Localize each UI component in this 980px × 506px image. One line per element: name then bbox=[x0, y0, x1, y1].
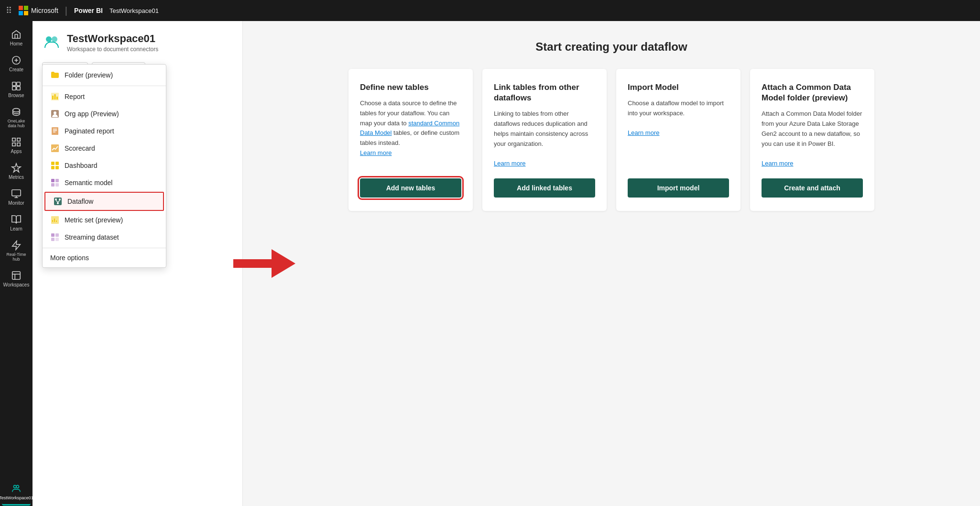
svg-rect-41 bbox=[51, 179, 54, 182]
paginated-report-icon bbox=[50, 126, 60, 136]
sidebar-item-browse[interactable]: Browse bbox=[2, 77, 31, 102]
sidebar-item-learn-label: Learn bbox=[10, 226, 22, 231]
sidebar-item-metrics[interactable]: Metrics bbox=[2, 159, 31, 184]
more-options-label: More options bbox=[50, 254, 89, 262]
menu-item-paginated-label: Paginated report bbox=[65, 127, 114, 135]
apps-icon bbox=[11, 137, 22, 147]
more-options-item[interactable]: More options bbox=[43, 250, 166, 265]
card-attach-cdm: Attach a Common Data Model folder (previ… bbox=[750, 69, 874, 211]
metrics-icon bbox=[11, 163, 22, 173]
workspace-header: TestWorkspace01 Workspace to document co… bbox=[42, 33, 233, 53]
browse-icon bbox=[11, 81, 22, 91]
svg-rect-32 bbox=[52, 127, 58, 135]
svg-rect-10 bbox=[12, 143, 15, 146]
svg-point-46 bbox=[55, 198, 57, 200]
scorecard-icon bbox=[50, 143, 60, 153]
sidebar-item-onelake[interactable]: OneLake data hub bbox=[2, 103, 31, 132]
sidebar-item-apps-label: Apps bbox=[11, 149, 22, 154]
import-learn-more-link[interactable]: Learn more bbox=[628, 129, 659, 136]
menu-item-report[interactable]: Report bbox=[43, 88, 166, 105]
menu-item-semantic[interactable]: Semantic model bbox=[43, 174, 166, 191]
realtime-icon bbox=[11, 240, 22, 251]
menu-item-folder[interactable]: Folder (preview) bbox=[43, 66, 166, 84]
define-learn-more-link[interactable]: Learn more bbox=[360, 149, 392, 156]
card-define-title: Define new tables bbox=[360, 82, 461, 93]
card-link-desc: Linking to tables from other dataflows r… bbox=[494, 109, 595, 169]
sidebar-item-learn[interactable]: Learn bbox=[2, 210, 31, 235]
svg-rect-55 bbox=[51, 233, 54, 237]
menu-item-scorecard[interactable]: Scorecard bbox=[43, 140, 166, 157]
svg-point-21 bbox=[52, 36, 57, 42]
monitor-icon bbox=[11, 188, 22, 199]
svg-rect-44 bbox=[55, 183, 59, 187]
menu-item-dataflow[interactable]: Dataflow bbox=[44, 192, 164, 211]
add-new-tables-button[interactable]: Add new tables bbox=[360, 178, 461, 198]
svg-rect-43 bbox=[51, 183, 54, 187]
svg-rect-56 bbox=[55, 233, 59, 237]
svg-rect-27 bbox=[52, 96, 54, 99]
svg-rect-29 bbox=[56, 97, 58, 99]
card-link-title: Link tables from other dataflows bbox=[494, 82, 595, 103]
svg-point-47 bbox=[59, 198, 61, 200]
sidebar-item-apps[interactable]: Apps bbox=[2, 133, 31, 158]
dataflow-icon bbox=[53, 197, 63, 206]
svg-rect-28 bbox=[54, 94, 56, 99]
standard-cdm-link[interactable]: standard Common Data Model bbox=[360, 120, 459, 137]
sidebar-item-workspaces[interactable]: Workspaces bbox=[2, 266, 31, 291]
sidebar-item-workspaces-label: Workspaces bbox=[3, 282, 30, 287]
sidebar-item-create[interactable]: Create bbox=[2, 51, 31, 76]
card-import-title: Import Model bbox=[628, 82, 729, 93]
sidebar-item-metrics-label: Metrics bbox=[9, 175, 24, 180]
svg-rect-38 bbox=[55, 162, 59, 165]
workspace-label: TestWorkspace01 bbox=[109, 7, 159, 14]
svg-point-18 bbox=[14, 485, 17, 488]
create-and-attach-button[interactable]: Create and attach bbox=[762, 178, 863, 198]
sidebar-item-create-label: Create bbox=[9, 67, 23, 72]
svg-rect-15 bbox=[12, 272, 21, 280]
menu-separator-2 bbox=[43, 248, 166, 248]
right-panel: Start creating your dataflow Define new … bbox=[243, 21, 980, 506]
sidebar-item-home[interactable]: Home bbox=[2, 25, 31, 50]
card-attach-title: Attach a Common Data Model folder (previ… bbox=[762, 82, 863, 103]
create-icon bbox=[11, 55, 22, 66]
card-import-desc: Choose a dataflow model to import into y… bbox=[628, 99, 729, 169]
menu-item-folder-label: Folder (preview) bbox=[65, 71, 113, 79]
menu-item-semantic-label: Semantic model bbox=[65, 179, 112, 187]
sidebar-item-realtime-label: Real-Time hub bbox=[4, 252, 29, 262]
svg-rect-9 bbox=[17, 138, 20, 141]
workspace-active-icon bbox=[11, 484, 22, 494]
svg-rect-37 bbox=[51, 162, 54, 165]
separator: | bbox=[65, 5, 67, 16]
menu-item-orgapp[interactable]: Org app (Preview) bbox=[43, 105, 166, 122]
svg-rect-36 bbox=[51, 144, 59, 152]
sidebar-item-monitor-label: Monitor bbox=[8, 200, 24, 206]
menu-item-orgapp-label: Org app (Preview) bbox=[65, 110, 119, 118]
menu-item-paginated[interactable]: Paginated report bbox=[43, 122, 166, 140]
workspace-subtitle: Workspace to document connectors bbox=[67, 46, 158, 53]
sidebar-item-monitor[interactable]: Monitor bbox=[2, 185, 31, 209]
streaming-dataset-icon bbox=[50, 232, 60, 242]
dataflow-panel-title: Start creating your dataflow bbox=[535, 40, 687, 54]
ms-squares-icon bbox=[19, 6, 28, 15]
new-dropdown-menu: Folder (preview) Report bbox=[42, 64, 166, 268]
menu-item-dashboard[interactable]: Dashboard bbox=[43, 157, 166, 174]
add-linked-tables-button[interactable]: Add linked tables bbox=[494, 178, 595, 198]
svg-point-19 bbox=[16, 485, 19, 488]
left-panel: TestWorkspace01 Workspace to document co… bbox=[33, 21, 243, 506]
orgapp-icon bbox=[50, 109, 60, 119]
waffle-icon[interactable]: ⠿ bbox=[6, 5, 12, 16]
svg-rect-58 bbox=[55, 238, 59, 241]
menu-item-streaming[interactable]: Streaming dataset bbox=[43, 229, 166, 246]
sidebar-item-testworkspace[interactable]: TestWorkspace01 bbox=[2, 480, 31, 506]
link-learn-more-link[interactable]: Learn more bbox=[494, 160, 525, 167]
menu-item-report-label: Report bbox=[65, 93, 85, 100]
sidebar-item-realtime[interactable]: Real-Time hub bbox=[2, 236, 31, 265]
svg-rect-57 bbox=[51, 238, 54, 241]
import-model-button[interactable]: Import model bbox=[628, 178, 729, 198]
svg-rect-40 bbox=[55, 166, 59, 169]
attach-learn-more-link[interactable]: Learn more bbox=[762, 160, 793, 167]
onelake-icon bbox=[11, 107, 22, 117]
menu-item-metricset[interactable]: Metric set (preview) bbox=[43, 211, 166, 229]
microsoft-logo: Microsoft bbox=[19, 6, 58, 15]
svg-rect-12 bbox=[12, 190, 21, 196]
